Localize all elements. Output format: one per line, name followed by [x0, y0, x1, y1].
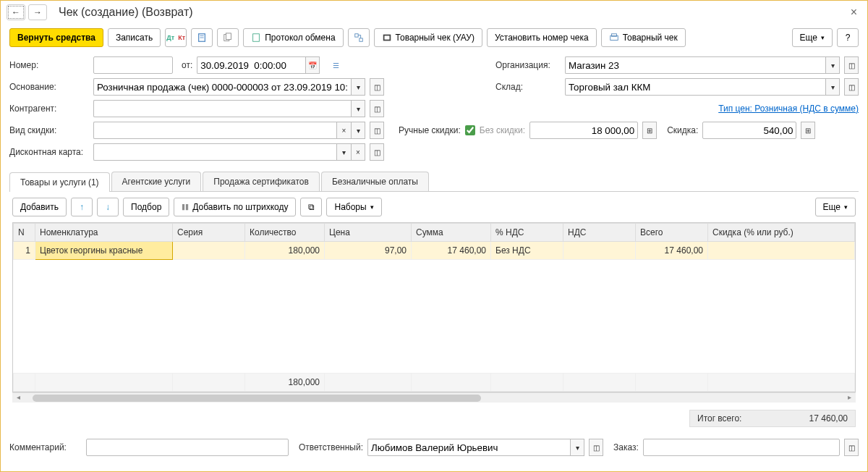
col-qty[interactable]: Количество: [245, 224, 325, 242]
cell-vat[interactable]: [563, 242, 636, 260]
structure-icon-button[interactable]: [348, 28, 370, 47]
basis-input[interactable]: [93, 78, 351, 96]
help-button[interactable]: ?: [837, 28, 859, 47]
cell-total[interactable]: 17 460,00: [636, 242, 708, 260]
no-discount-calc-button[interactable]: ⊞: [642, 122, 657, 139]
add-row-button[interactable]: Добавить: [12, 198, 67, 216]
number-label: Номер:: [9, 60, 89, 70]
counterparty-open-button[interactable]: ◫: [370, 100, 384, 117]
col-price[interactable]: Цена: [325, 224, 412, 242]
no-discount-label: Без скидки:: [480, 125, 525, 135]
form-icon[interactable]: ☰: [328, 56, 343, 74]
svg-rect-9: [384, 35, 389, 39]
discount-type-open-button[interactable]: ◫: [370, 122, 384, 139]
counterparty-input[interactable]: [93, 100, 351, 117]
sets-button[interactable]: Наборы ▾: [326, 198, 381, 216]
org-input[interactable]: [565, 56, 825, 74]
responsible-dropdown-button[interactable]: ▾: [570, 439, 584, 456]
tab-goods[interactable]: Товары и услуги (1): [9, 172, 110, 192]
order-open-button[interactable]: ◫: [844, 439, 859, 456]
move-up-button[interactable]: ↑: [71, 198, 93, 216]
card-clear-button[interactable]: ×: [351, 143, 365, 161]
cell-n[interactable]: 1: [14, 242, 35, 260]
counterparty-label: Контрагент:: [9, 104, 89, 114]
responsible-open-button[interactable]: ◫: [589, 439, 603, 456]
discount-type-label: Вид скидки:: [9, 125, 89, 135]
itog-value: 17 460,00: [809, 413, 848, 423]
card-dropdown-button[interactable]: ▾: [336, 143, 351, 161]
col-disc[interactable]: Скидка (% или руб.): [708, 224, 855, 242]
col-total[interactable]: Всего: [636, 224, 708, 242]
nav-forward-button[interactable]: →: [28, 4, 47, 20]
cell-price[interactable]: 97,00: [325, 242, 412, 260]
table-more-button[interactable]: Еще ▾: [815, 198, 856, 216]
warehouse-dropdown-button[interactable]: ▾: [825, 78, 840, 96]
pick-button[interactable]: Подбор: [123, 198, 169, 216]
table-empty-area[interactable]: [13, 260, 855, 373]
warehouse-input[interactable]: [565, 78, 825, 96]
cell-sum[interactable]: 17 460,00: [412, 242, 491, 260]
move-down-button[interactable]: ↓: [97, 198, 119, 216]
protocol-button[interactable]: Протокол обмена: [243, 28, 343, 47]
slip-uau-button[interactable]: Товарный чек (УАУ): [374, 28, 482, 47]
cell-nomen[interactable]: Цветок георгины красные: [35, 242, 173, 260]
order-input[interactable]: [643, 439, 840, 456]
scrollbar-thumb[interactable]: [33, 395, 481, 402]
table-row[interactable]: 1 Цветок георгины красные 180,000 97,00 …: [14, 242, 855, 260]
set-receipt-number-button[interactable]: Установить номер чека: [487, 28, 597, 47]
manual-discount-checkbox[interactable]: [465, 125, 475, 135]
horizontal-scrollbar[interactable]: ◂ ▸: [12, 392, 856, 403]
discount-type-input[interactable]: [93, 122, 336, 139]
cell-series[interactable]: [173, 242, 245, 260]
basis-label: Основание:: [9, 82, 89, 92]
col-n[interactable]: N: [14, 224, 35, 242]
col-vat[interactable]: НДС: [563, 224, 636, 242]
responsible-input[interactable]: [367, 439, 570, 456]
discount-calc-button[interactable]: ⊞: [801, 122, 815, 139]
tab-agent[interactable]: Агентские услуги: [111, 172, 202, 191]
number-input[interactable]: [93, 56, 173, 74]
nav-back-button[interactable]: ←: [7, 4, 25, 20]
copy-icon-button[interactable]: ⧉: [300, 198, 322, 216]
card-label: Дисконтная карта:: [9, 147, 89, 157]
table-footer: 180,000: [14, 374, 855, 392]
org-open-button[interactable]: ◫: [844, 56, 859, 74]
discount-type-dropdown-button[interactable]: ▾: [351, 122, 365, 139]
tab-cashless[interactable]: Безналичные оплаты: [321, 172, 429, 191]
date-input[interactable]: [197, 56, 305, 74]
write-button[interactable]: Записать: [108, 28, 161, 47]
calendar-icon[interactable]: 📅: [305, 56, 320, 74]
price-type-link[interactable]: Тип цен: Розничная (НДС в сумме): [718, 104, 859, 114]
warehouse-open-button[interactable]: ◫: [844, 78, 859, 96]
doc-icon-button[interactable]: [191, 28, 213, 47]
card-open-button[interactable]: ◫: [370, 143, 384, 161]
close-icon[interactable]: ×: [846, 6, 861, 19]
col-nomen[interactable]: Номенклатура: [35, 224, 173, 242]
basis-dropdown-button[interactable]: ▾: [351, 78, 365, 96]
svg-rect-7: [359, 38, 362, 41]
discount-input[interactable]: [702, 122, 796, 139]
tab-cert[interactable]: Продажа сертификатов: [203, 172, 320, 191]
refund-button[interactable]: Вернуть средства: [9, 28, 103, 47]
cell-vatp[interactable]: Без НДС: [491, 242, 563, 260]
counterparty-dropdown-button[interactable]: ▾: [351, 100, 365, 117]
add-barcode-button[interactable]: ⦀⦀Добавить по штрихкоду: [174, 198, 296, 216]
more-button[interactable]: Еще ▾: [792, 28, 833, 47]
cell-qty[interactable]: 180,000: [245, 242, 325, 260]
org-dropdown-button[interactable]: ▾: [825, 56, 840, 74]
cell-disc[interactable]: [708, 242, 855, 260]
responsible-label: Ответственный:: [299, 442, 363, 452]
card-input[interactable]: [93, 143, 336, 161]
footer-qty: 180,000: [245, 374, 325, 392]
docs-icon-button[interactable]: [217, 28, 239, 47]
comment-input[interactable]: [86, 439, 289, 456]
col-sum[interactable]: Сумма: [412, 224, 491, 242]
col-vatp[interactable]: % НДС: [491, 224, 563, 242]
discount-type-clear-button[interactable]: ×: [336, 122, 351, 139]
slip-button[interactable]: Товарный чек: [601, 28, 686, 47]
col-series[interactable]: Серия: [173, 224, 245, 242]
basis-open-button[interactable]: ◫: [370, 78, 384, 96]
dtkt-button[interactable]: ДтКт: [165, 28, 187, 47]
grand-total: Итог всего: 17 460,00: [689, 410, 856, 427]
no-discount-input[interactable]: [529, 122, 638, 139]
